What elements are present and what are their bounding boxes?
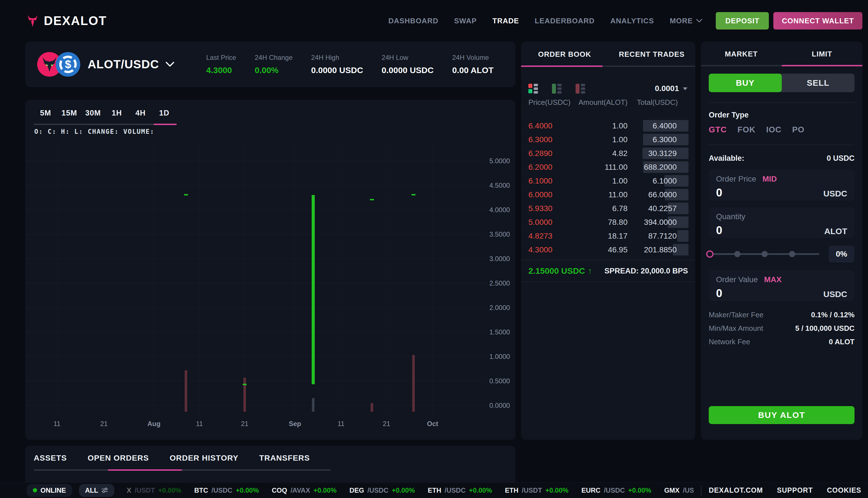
order-price-field[interactable]: Order Price MID 0 USDC <box>709 169 855 200</box>
tab-market[interactable]: MARKET <box>701 42 782 66</box>
max-value-button[interactable]: MAX <box>764 275 782 284</box>
tab-recent-trades[interactable]: RECENT TRADES <box>608 42 695 67</box>
y-axis-label: 5.0000 <box>489 157 510 165</box>
orderbook-row[interactable]: 4.300046.95201.8850 <box>521 243 695 257</box>
mid-price-button[interactable]: MID <box>762 174 777 184</box>
tab-order-book[interactable]: ORDER BOOK <box>521 42 608 67</box>
ticker-x-usdt[interactable]: X/USDT+0.00% <box>127 486 181 494</box>
orderbook-view-bids-icon[interactable] <box>552 84 562 94</box>
status-pill[interactable]: ONLINE <box>27 484 72 497</box>
stat-value: 0.0000 USDC <box>311 65 363 75</box>
ticker-filter-pill[interactable]: ALL <box>79 484 115 497</box>
ticker-gmx-usdc[interactable]: GMX/USDC+0.00% <box>664 486 693 494</box>
orderbook-row[interactable]: 6.000011.0066.0000 <box>521 188 695 201</box>
quantity-label: Quantity <box>716 212 745 221</box>
timeframe-15m[interactable]: 15M <box>57 109 81 117</box>
slider-stop-50[interactable] <box>762 251 768 257</box>
nav-item-swap[interactable]: SWAP <box>454 16 477 25</box>
trade-panel: MARKETLIMIT BUYSELL Order Type GTCFOKIOC… <box>701 42 863 440</box>
timeframe-4h[interactable]: 4H <box>129 109 152 117</box>
order-value-input[interactable]: 0 <box>716 287 722 300</box>
quantity-slider[interactable] <box>710 253 819 255</box>
order-type-ioc[interactable]: IOC <box>766 125 782 134</box>
pair-selector[interactable]: ALOT/USDC <box>88 57 175 71</box>
tab-transfers[interactable]: TRANSFERS <box>259 454 310 462</box>
ticker-pair-quote: /USDC <box>683 486 694 494</box>
timeframe-1h[interactable]: 1H <box>105 109 129 117</box>
tab-order-history[interactable]: ORDER HISTORY <box>170 454 239 462</box>
quantity-field[interactable]: Quantity 0 ALOT <box>709 207 855 238</box>
footer-link-support[interactable]: SUPPORT <box>777 486 813 494</box>
y-axis-label: 3.0000 <box>489 255 510 262</box>
order-value-label: Order Value <box>716 275 758 284</box>
slider-stop-75[interactable] <box>789 251 795 257</box>
deposit-button[interactable]: DEPOSIT <box>716 12 769 29</box>
orderbook-row[interactable]: 5.93306.7840.2257 <box>521 201 695 215</box>
nav-item-leaderboard[interactable]: LEADERBOARD <box>535 16 595 25</box>
ticker-change: +0.00% <box>313 486 336 494</box>
tab-assets[interactable]: ASSETS <box>34 454 67 462</box>
online-status-icon <box>33 488 37 493</box>
y-axis-label: 4.0000 <box>489 206 510 213</box>
nav-item-more[interactable]: MORE <box>670 16 702 25</box>
orderbook-row[interactable]: 4.827318.1787.7120 <box>521 229 695 243</box>
filter-label: ALL <box>85 486 98 494</box>
spread-value: SPREAD: 20,000.0 BPS <box>604 267 688 275</box>
ticker-eth-usdc[interactable]: ETH/USDC+0.00% <box>428 486 492 494</box>
sell-tab[interactable]: SELL <box>782 74 855 92</box>
dexalot-dragon-icon <box>25 13 40 28</box>
orderbook-view-split-icon[interactable] <box>529 84 538 94</box>
nav-item-dashboard[interactable]: DASHBOARD <box>388 16 438 25</box>
slider-stop-25[interactable] <box>734 251 740 257</box>
fee-value: 0.1% / 0.12% <box>811 311 855 319</box>
order-value-field[interactable]: Order Value MAX 0 USDC <box>709 270 855 301</box>
orders-tabs: ASSETSOPEN ORDERSORDER HISTORYTRANSFERS <box>34 454 331 462</box>
ticker-coq-avax[interactable]: COQ/AVAX+0.00% <box>272 486 337 494</box>
orderbook-view-asks-icon[interactable] <box>576 84 585 94</box>
buy-alot-button[interactable]: BUY ALOT <box>709 406 855 424</box>
timeframe-5m[interactable]: 5M <box>34 109 57 117</box>
orderbook-row[interactable]: 6.40001.006.4000 <box>521 119 695 133</box>
arrow-up-icon: ↑ <box>588 266 592 276</box>
ticker-deg-usdc[interactable]: DEG/USDC+0.00% <box>349 486 415 494</box>
precision-dropdown[interactable]: 0.0001 <box>655 84 688 93</box>
dexalot-logo[interactable]: DEXALOT <box>25 13 107 28</box>
footer-link-cookies[interactable]: COOKIES <box>827 486 861 494</box>
ticker-pair-base: EURC <box>582 486 601 494</box>
price-chart[interactable]: 5.00004.50004.00003.50003.00002.50002.00… <box>25 141 516 434</box>
tab-limit[interactable]: LIMIT <box>782 42 863 66</box>
nav-item-analytics[interactable]: ANALYTICS <box>611 16 654 25</box>
order-type-label: Order Type <box>709 111 855 119</box>
stat-last-price: Last Price4.3000 <box>206 54 236 75</box>
timeframe-30m[interactable]: 30M <box>81 109 105 117</box>
order-type-fok[interactable]: FOK <box>737 125 756 134</box>
buy-tab[interactable]: BUY <box>709 74 782 92</box>
orderbook-row[interactable]: 6.30001.006.3000 <box>521 133 695 146</box>
ticker-pair-base: ETH <box>428 486 441 494</box>
nav-item-trade[interactable]: TRADE <box>492 16 519 25</box>
connect-wallet-button[interactable]: CONNECT WALLET <box>773 12 863 29</box>
order-type-po[interactable]: PO <box>792 125 804 134</box>
orderbook-row[interactable]: 5.000078.80394.0000 <box>521 215 695 229</box>
timeframe-row: 5M15M30M1H4H1D <box>25 100 176 125</box>
orderbook-row[interactable]: 6.28904.8230.3129 <box>521 146 695 160</box>
ticker-btc-usdc[interactable]: BTC/USDC+0.00% <box>194 486 259 494</box>
orderbook-tabs: ORDER BOOKRECENT TRADES <box>521 42 695 67</box>
slider-handle[interactable] <box>706 250 713 258</box>
ticker-pair-quote: /USDT <box>522 486 542 494</box>
ask-amount: 4.82 <box>576 149 628 158</box>
stat-label: 24H High <box>311 54 363 62</box>
ticker-eurc-usdc[interactable]: EURC/USDC+0.00% <box>582 486 651 494</box>
order-price-input[interactable]: 0 <box>716 186 722 199</box>
volume-bar <box>243 378 246 412</box>
timeframe-1d[interactable]: 1D <box>152 109 176 117</box>
tab-open-orders[interactable]: OPEN ORDERS <box>88 454 149 462</box>
quantity-input[interactable]: 0 <box>716 224 722 237</box>
ask-amount: 6.78 <box>576 204 628 213</box>
footer-link-dexalot-com[interactable]: DEXALOT.COM <box>709 486 763 494</box>
ticker-eth-usdt[interactable]: ETH/USDT+0.00% <box>505 486 569 494</box>
order-type-gtc[interactable]: GTC <box>709 125 727 134</box>
ticker-pair-quote: /USDC <box>368 486 388 494</box>
orderbook-row[interactable]: 6.2000111.00688.2000 <box>521 160 695 174</box>
orderbook-row[interactable]: 6.10001.006.1000 <box>521 174 695 188</box>
